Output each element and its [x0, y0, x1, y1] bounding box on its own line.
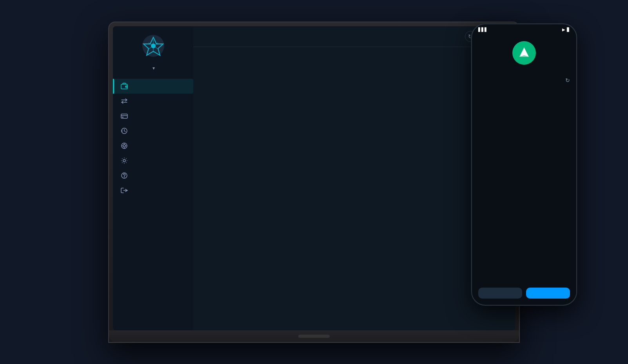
sidebar-item-exchange[interactable] [113, 94, 193, 109]
atomic-logo-icon [142, 34, 165, 58]
send-button[interactable] [526, 288, 570, 299]
crypto-list [193, 47, 515, 330]
exit-icon [121, 187, 128, 194]
sidebar-item-history[interactable] [113, 123, 193, 138]
transactions-header: ↻ [478, 77, 570, 83]
sidebar-item-settings[interactable] [113, 153, 193, 168]
svg-point-1 [151, 43, 156, 48]
phone-action-buttons [472, 281, 576, 305]
sidebar-item-exit[interactable] [113, 183, 193, 198]
sidebar-item-staking[interactable] [113, 138, 193, 153]
laptop-frame: ▾ [108, 22, 520, 343]
support-icon [121, 172, 128, 179]
phone-status-bar: ▋▋▋ ▶ ▊ [472, 24, 576, 35]
app-container: ▾ [113, 26, 515, 330]
screen-bezel: ▾ [113, 26, 515, 330]
laptop-bottom-bezel [109, 330, 519, 342]
battery-icon: ▊ [567, 27, 570, 32]
receive-button[interactable] [478, 288, 522, 299]
exchange-icon [121, 98, 128, 105]
history-icon [121, 127, 128, 134]
staking-icon [121, 142, 128, 149]
transactions-refresh-icon[interactable]: ↻ [565, 77, 570, 83]
svg-rect-5 [122, 117, 123, 118]
wifi-icon: ▶ [562, 27, 565, 32]
settings-icon [121, 157, 128, 164]
svg-rect-4 [121, 114, 127, 118]
wallet-icon [121, 83, 128, 90]
svg-point-9 [123, 159, 125, 162]
signal-icon: ▋▋▋ [478, 27, 488, 32]
table-header: ↻ + ⚙ [193, 26, 515, 47]
phone-body: ↻ [472, 35, 576, 281]
sidebar-item-support[interactable] [113, 168, 193, 183]
sidebar-item-buy-crypto[interactable] [113, 109, 193, 123]
search-input[interactable] [201, 33, 267, 39]
logo-area [113, 34, 193, 59]
laptop-notch [298, 335, 330, 338]
balance-area: ▾ [113, 65, 193, 71]
card-icon [121, 112, 128, 120]
svg-point-8 [123, 145, 125, 147]
phone-overlay: ▋▋▋ ▶ ▊ ↻ [471, 24, 577, 306]
sidebar-item-wallet[interactable] [113, 79, 193, 94]
main-content: ↻ + ⚙ [193, 26, 515, 330]
phone-coin-icon [512, 41, 536, 65]
status-icons: ▶ ▊ [562, 27, 570, 32]
currency-selector[interactable]: ▾ [151, 65, 155, 71]
svg-point-3 [126, 86, 127, 87]
sidebar: ▾ [113, 26, 193, 330]
